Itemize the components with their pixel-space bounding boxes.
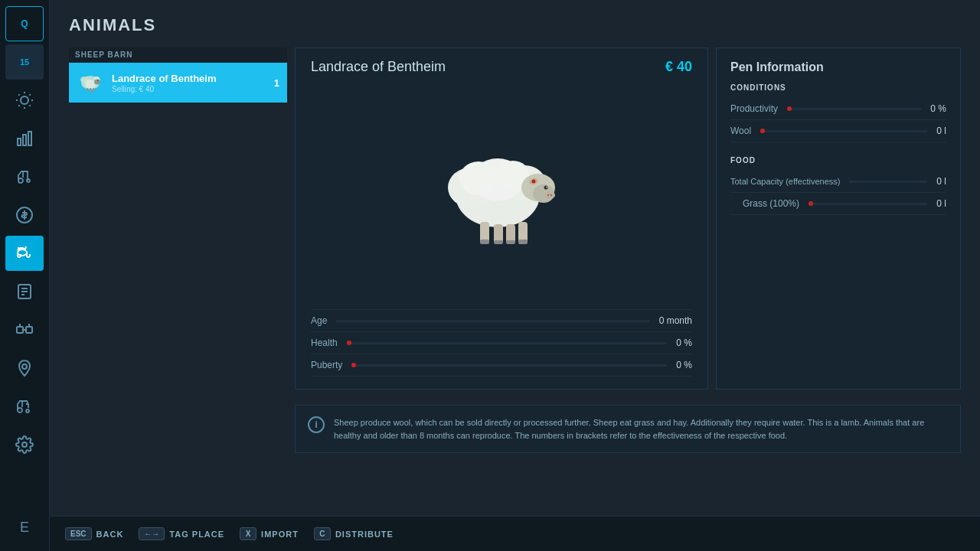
animal-info: Landrace of Bentheim Selling: € 40 xyxy=(112,73,266,93)
svg-point-51 xyxy=(547,194,549,196)
stat-bar-age xyxy=(336,320,649,322)
sidebar-item-stats[interactable] xyxy=(5,121,44,156)
arrow-key: ←→ xyxy=(139,527,165,540)
stat-bar-health xyxy=(347,342,668,344)
notes-icon xyxy=(15,282,34,301)
svg-rect-59 xyxy=(506,240,515,244)
stat-label-age: Age xyxy=(311,315,327,326)
svg-point-43 xyxy=(459,161,498,195)
pen-bar-wool xyxy=(760,130,927,132)
wool-dot xyxy=(760,129,765,133)
pen-stat-label-total-capacity: Total Capacity (effectiveness) xyxy=(730,177,840,186)
tag-place-label: TAG PLACE xyxy=(169,530,224,539)
animal-list-item[interactable]: Landrace of Bentheim Selling: € 40 1 xyxy=(69,63,287,103)
sidebar-item-settings[interactable] xyxy=(5,427,44,462)
svg-line-3 xyxy=(18,94,19,95)
stat-row-puberty: Puberty 0 % xyxy=(311,354,692,377)
pen-bar-total-capacity xyxy=(849,181,927,183)
svg-point-48 xyxy=(546,187,547,188)
puberty-dot xyxy=(351,363,356,367)
x-key: X xyxy=(240,527,256,540)
sidebar-item-tractor2[interactable] xyxy=(5,389,44,424)
svg-rect-38 xyxy=(93,88,95,92)
animal-selling: Selling: € 40 xyxy=(112,85,266,93)
svg-point-25 xyxy=(22,364,27,369)
esc-key: ESC xyxy=(65,527,92,540)
stat-row-health: Health 0 % xyxy=(311,332,692,354)
svg-rect-57 xyxy=(480,240,489,244)
sidebar-item-vehicle[interactable] xyxy=(5,159,44,194)
main-content: ANIMALS SHEEP BARN xyxy=(50,0,980,551)
animal-detail-price: € 40 xyxy=(665,59,692,75)
svg-point-34 xyxy=(94,80,100,85)
machines-icon xyxy=(15,321,34,339)
sidebar-item-q[interactable]: Q xyxy=(5,6,44,41)
selling-label: Selling: xyxy=(112,85,137,93)
sheep-illustration xyxy=(425,126,578,249)
chart-icon xyxy=(15,129,34,148)
center-right-area: Landrace of Bentheim € 40 xyxy=(295,47,961,390)
animal-name: Landrace of Bentheim xyxy=(112,73,266,84)
sidebar-item-15[interactable]: 15 xyxy=(5,44,44,80)
sidebar-item-finance[interactable] xyxy=(5,197,44,233)
svg-rect-9 xyxy=(18,139,21,145)
sidebar-item-map[interactable] xyxy=(5,350,44,386)
svg-line-4 xyxy=(29,105,30,106)
stat-value-health: 0 % xyxy=(676,337,692,348)
dollar-icon xyxy=(15,206,34,224)
svg-rect-20 xyxy=(17,327,23,333)
info-text: Sheep produce wool, which can be sold di… xyxy=(334,418,924,440)
pen-stat-value-productivity: 0 % xyxy=(930,103,946,114)
svg-rect-60 xyxy=(518,240,528,244)
stat-value-puberty: 0 % xyxy=(676,360,692,370)
e-label: E xyxy=(20,520,29,536)
sidebar-item-machines[interactable] xyxy=(5,312,44,347)
sidebar-item-weather[interactable] xyxy=(5,83,44,118)
pen-bar-productivity xyxy=(787,108,921,110)
stat-label-health: Health xyxy=(311,337,338,348)
pen-info-title: Pen Information xyxy=(730,60,946,74)
page-title: ANIMALS xyxy=(69,15,961,35)
bottom-bar: ESC BACK ←→ TAG PLACE X IMPORT C DISTRIB… xyxy=(50,516,980,551)
animal-header: Landrace of Bentheim € 40 xyxy=(296,48,707,75)
map-icon xyxy=(15,359,34,377)
pen-stat-label-wool: Wool xyxy=(730,126,751,136)
svg-point-61 xyxy=(532,180,536,184)
right-content: Landrace of Bentheim € 40 xyxy=(295,47,961,453)
pen-bar-grass xyxy=(808,203,927,205)
pen-stat-label-productivity: Productivity xyxy=(730,103,778,114)
svg-point-47 xyxy=(544,186,548,190)
svg-line-7 xyxy=(18,105,19,106)
sidebar-item-e[interactable]: E xyxy=(5,510,44,545)
svg-rect-36 xyxy=(87,88,89,92)
tag-place-button[interactable]: ←→ TAG PLACE xyxy=(139,527,224,540)
food-label: FOOD xyxy=(730,156,946,165)
gear-icon xyxy=(15,435,34,454)
svg-rect-11 xyxy=(28,132,31,145)
pen-stat-value-total-capacity: 0 l xyxy=(936,176,946,187)
distribute-label: DISTRIBUTE xyxy=(335,530,394,539)
svg-point-32 xyxy=(85,80,96,89)
back-button[interactable]: ESC BACK xyxy=(65,527,123,540)
animal-thumbnail xyxy=(77,69,104,96)
animal-list-panel: SHEEP BARN xyxy=(69,47,287,453)
animal-image-area xyxy=(296,75,707,300)
selling-price: € 40 xyxy=(139,85,154,93)
health-dot xyxy=(347,341,351,345)
svg-point-28 xyxy=(22,442,27,447)
import-button[interactable]: X IMPORT xyxy=(240,527,299,540)
svg-rect-37 xyxy=(90,88,92,92)
distribute-button[interactable]: C DISTRIBUTE xyxy=(314,527,394,540)
sidebar-item-animals[interactable] xyxy=(5,236,44,271)
pen-stat-total-capacity: Total Capacity (effectiveness) 0 l xyxy=(730,171,946,193)
stat-bar-puberty xyxy=(351,364,667,367)
barn-label: SHEEP BARN xyxy=(69,47,287,63)
stat-value-age: 0 month xyxy=(659,315,692,326)
animal-detail-panel: Landrace of Bentheim € 40 xyxy=(295,47,708,390)
weather-icon xyxy=(15,91,34,109)
sidebar-item-tasks[interactable] xyxy=(5,274,44,309)
pen-info-panel: Pen Information CONDITIONS Productivity … xyxy=(716,47,961,390)
conditions-label: CONDITIONS xyxy=(730,83,946,92)
sidebar: Q 15 xyxy=(0,0,50,551)
animal-count: 1 xyxy=(274,77,279,89)
